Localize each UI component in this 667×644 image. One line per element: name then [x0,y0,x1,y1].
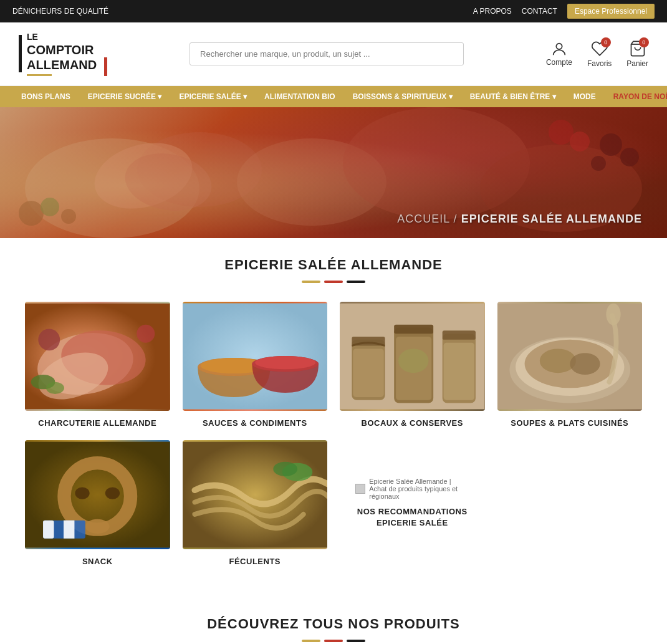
bottom-deco-bar-red [324,640,343,642]
sauces-art [183,302,328,411]
recommendation-img-caption: Epicerie Salée Allemande | Achat de prod… [369,478,469,500]
deco-bar-gold [302,281,320,283]
page-title: EPICERIE SALÉE ALLEMANDE [25,257,642,273]
charcuterie-art [25,302,170,411]
favoris-icon-item[interactable]: 0 Favoris [587,40,612,68]
nav-mode[interactable]: MODE [565,86,605,107]
recommendation-label: NOS RECOMMANDATIONS EPICERIE SALÉE [357,506,468,529]
compte-label: Compte [546,58,572,67]
recommendation-box[interactable]: Epicerie Salée Allemande | Achat de prod… [340,465,485,541]
svg-point-14 [600,133,622,156]
logo[interactable]: LE COMPTOIR ALLEMAND [19,32,107,76]
sauces-label: SAUCES & CONDIMENTS [203,418,307,428]
header-icons: Compte 0 Favoris 0 Panier [546,40,648,68]
contact-link[interactable]: CONTACT [522,7,557,16]
nav-beaute[interactable]: BEAUTÉ & BIEN ÊTRE ▾ [461,86,565,107]
panier-badge: 0 [639,37,649,47]
svg-point-16 [591,156,606,171]
soupes-art [497,302,643,411]
svg-rect-28 [183,304,328,410]
soupes-label: SOUPES & PLATS CUISINÉS [511,418,628,428]
favoris-label: Favoris [587,59,612,68]
svg-point-18 [570,132,590,151]
apropos-link[interactable]: A PROPOS [473,7,512,16]
svg-point-2 [556,44,562,49]
bocaux-image [340,302,485,411]
bottom-deco-bar-black [347,640,365,642]
svg-rect-61 [64,520,74,538]
logo-bar-left [19,35,22,72]
nav-alimentation-bio[interactable]: ALIMENTATION BIO [256,86,344,107]
svg-rect-44 [444,343,474,400]
search-input[interactable] [190,42,464,65]
hero-banner: ACCUEIL / ACCUEIL / EPICERIE SALÉE ALLEM… [0,107,667,238]
top-bar-right: A PROPOS CONTACT Espace Professionnel [473,4,655,19]
nav-boissons[interactable]: BOISSONS & SPIRITUEUX ▾ [344,86,461,107]
category-charcuterie[interactable]: CHARCUTERIE ALLEMANDE [25,302,170,428]
category-sauces[interactable]: SAUCES & CONDIMENTS [183,302,328,428]
svg-point-45 [398,348,428,373]
svg-rect-38 [353,348,383,397]
recommendation-thumbnail [355,484,365,494]
svg-point-17 [549,120,573,145]
hero-accueil: ACCUEIL / [397,213,461,225]
charcuterie-image [25,302,170,411]
svg-rect-43 [443,330,476,340]
svg-point-15 [620,148,639,166]
top-bar: DÉNICHEURS DE QUALITÉ A PROPOS CONTACT E… [0,0,667,22]
nav-epicerie-sucree[interactable]: EPICERIE SUCRÉE ▾ [79,86,171,107]
svg-point-52 [606,304,620,325]
category-soupes[interactable]: SOUPES & PLATS CUISINÉS [497,302,643,428]
svg-point-57 [75,487,89,499]
bottom-title: DÉCOUVREZ TOUS NOS PRODUITS [25,616,642,632]
title-decorators [25,281,642,283]
grid-empty-4 [497,440,643,566]
svg-rect-40 [394,324,433,334]
snack-art [25,440,170,549]
nav-noel[interactable]: RAYON DE NOËL [605,86,667,107]
category-snack[interactable]: SNACK [25,440,170,566]
sauces-image [183,302,328,411]
svg-point-56 [85,519,110,534]
feculents-image [183,440,328,549]
bottom-deco-bar-gold [302,640,320,642]
svg-point-24 [137,324,155,342]
logo-bar-right [104,57,107,76]
bocaux-label: BOCAUX & CONSERVES [362,418,463,428]
svg-point-65 [273,462,297,476]
user-icon [550,41,568,58]
panier-icon-item[interactable]: 0 Panier [626,40,648,68]
svg-point-26 [46,382,64,393]
favoris-badge: 0 [601,37,611,47]
svg-rect-60 [43,520,54,538]
category-bocaux[interactable]: BOCAUX & CONSERVES [340,302,485,428]
main-nav: BONS PLANS EPICERIE SUCRÉE ▾ EPICERIE SA… [0,86,667,107]
nav-bons-plans[interactable]: BONS PLANS [12,86,79,107]
panier-label: Panier [626,59,648,68]
category-grid-row2: SNACK [25,440,642,566]
bottom-section: DÉCOUVREZ TOUS NOS PRODUITS [0,597,667,644]
compte-icon-item[interactable]: Compte [546,41,572,67]
hero-breadcrumb: ACCUEIL / ACCUEIL / EPICERIE SALÉE ALLEM… [397,213,642,226]
main-content: EPICERIE SALÉE ALLEMANDE [0,238,667,597]
espace-pro-button[interactable]: Espace Professionnel [567,4,655,19]
search-bar [190,42,464,65]
header: LE COMPTOIR ALLEMAND Compte [0,22,667,86]
feculents-label: FÉCULENTS [229,557,281,566]
logo-underline [27,74,52,76]
snack-image [25,440,170,549]
logo-le: LE [27,32,97,42]
svg-point-34 [255,356,315,369]
hero-background: ACCUEIL / ACCUEIL / EPICERIE SALÉE ALLEM… [0,107,667,238]
svg-point-23 [38,329,60,350]
brand-tagline: DÉNICHEURS DE QUALITÉ [12,7,108,16]
grid-empty-3: Epicerie Salée Allemande | Achat de prod… [340,440,485,566]
soupes-image [497,302,643,411]
svg-point-51 [570,353,600,375]
deco-bar-red [324,281,343,283]
bocaux-art [340,302,485,411]
nav-epicerie-salee[interactable]: EPICERIE SALÉE ▾ [170,86,256,107]
bottom-title-decorators [25,640,642,642]
svg-point-11 [61,209,76,224]
category-feculents[interactable]: FÉCULENTS [183,440,328,566]
